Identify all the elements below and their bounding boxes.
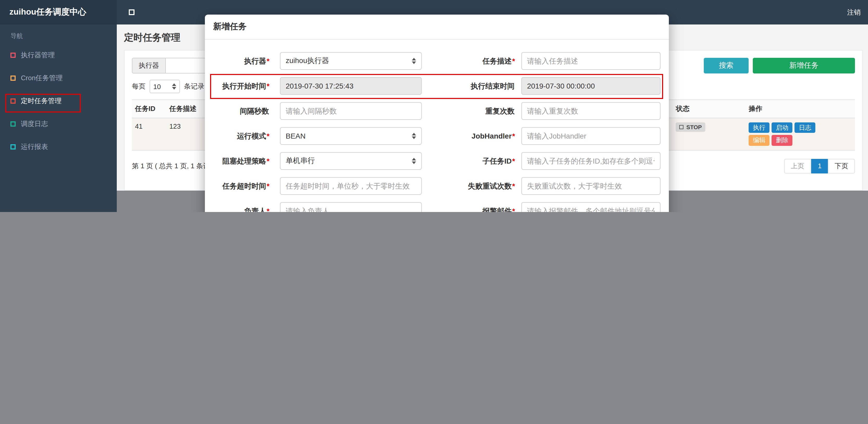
form-row: 任务超时时间* 失败重试次数* xyxy=(213,177,660,195)
logout-link[interactable]: 注销 xyxy=(847,7,861,17)
owner-label: 负责人* xyxy=(213,202,270,212)
select-stepper-icon xyxy=(412,58,416,64)
sidebar-item-executor-manage[interactable]: 执行器管理 xyxy=(0,44,117,67)
start-time-input[interactable] xyxy=(280,77,422,95)
modal-title: 新增任务 xyxy=(213,22,247,31)
executor-label: 执行器* xyxy=(213,52,270,70)
pagination-summary: 第 1 页 ( 总共 1 页, 1 条记录 ) xyxy=(132,161,210,171)
selected-value: 单机串行 xyxy=(286,156,315,166)
menu-square-icon xyxy=(10,121,16,127)
form-row: 执行器* zuihou执行器 任务描述* xyxy=(213,52,660,70)
sidebar-item-label: 运行报表 xyxy=(21,142,48,152)
executor-filter-label: 执行器 xyxy=(132,58,166,73)
edit-button[interactable]: 编辑 xyxy=(749,135,770,146)
header-job-id: 任务ID xyxy=(132,100,166,118)
per-page-select[interactable]: 10 xyxy=(150,80,180,93)
executor-select[interactable]: zuihou执行器 xyxy=(280,52,422,70)
menu-toggle-icon xyxy=(128,9,134,15)
menu-square-icon xyxy=(10,53,16,58)
sidebar-item-label: 调度日志 xyxy=(21,119,48,129)
sidebar-nav-label: 导航 xyxy=(0,25,117,44)
form-row: 阻塞处理策略* 单机串行 子任务ID* xyxy=(213,152,660,170)
menu-square-icon xyxy=(10,75,16,81)
sidebar-item-run-report[interactable]: 运行报表 xyxy=(0,135,117,158)
stop-square-icon xyxy=(680,125,684,129)
per-page-value: 10 xyxy=(153,83,161,90)
modal-form: 执行器* zuihou执行器 任务描述* 执行开始时间* 执行结束时间 xyxy=(205,40,669,212)
end-time-input[interactable] xyxy=(521,77,660,95)
sidebar-item-timed-task[interactable]: 定时任务管理 xyxy=(0,90,117,112)
end-time-label: 执行结束时间 xyxy=(422,77,515,95)
page-title: 定时任务管理 xyxy=(124,31,180,43)
menu-toggle-button[interactable] xyxy=(126,6,137,18)
menu-square-icon xyxy=(10,98,16,104)
retry-count-label: 失败重试次数* xyxy=(422,177,515,195)
delete-button[interactable]: 删除 xyxy=(772,135,793,146)
alarm-email-label: 报警邮件* xyxy=(422,202,515,212)
form-row: 间隔秒数 重复次数 xyxy=(213,102,660,120)
start-time-label: 执行开始时间* xyxy=(213,77,270,95)
add-task-modal: 新增任务 执行器* zuihou执行器 任务描述* 执行开始时间* xyxy=(205,14,669,212)
job-desc-input[interactable] xyxy=(521,52,660,70)
form-row: 负责人* 报警邮件* xyxy=(213,202,660,212)
cell-job-id: 41 xyxy=(132,118,166,150)
sidebar: 导航 执行器管理 Cron任务管理 定时任务管理 调度日志 运行报表 xyxy=(0,25,117,212)
run-mode-select[interactable]: BEAN xyxy=(280,127,422,145)
interval-input[interactable] xyxy=(280,102,422,120)
sidebar-item-label: Cron任务管理 xyxy=(21,73,63,83)
block-strategy-label: 阻塞处理策略* xyxy=(213,152,270,170)
start-button[interactable]: 启动 xyxy=(772,122,793,133)
sidebar-item-cron-task[interactable]: Cron任务管理 xyxy=(0,67,117,90)
sidebar-menu: 执行器管理 Cron任务管理 定时任务管理 调度日志 运行报表 xyxy=(0,44,117,158)
menu-square-icon xyxy=(10,144,16,150)
retry-count-input[interactable] xyxy=(521,177,660,195)
child-job-label: 子任务ID* xyxy=(422,152,515,170)
job-desc-label: 任务描述* xyxy=(422,52,515,70)
status-badge: STOP xyxy=(676,122,706,132)
block-strategy-select[interactable]: 单机串行 xyxy=(280,152,422,170)
execute-button[interactable]: 执行 xyxy=(749,122,770,133)
selected-value: BEAN xyxy=(286,132,306,140)
brand: zuihou任务调度中心 xyxy=(0,0,117,25)
next-page-button[interactable]: 下页 xyxy=(828,159,855,173)
selected-value: zuihou执行器 xyxy=(286,56,329,66)
add-task-button[interactable]: 新增任务 xyxy=(753,58,855,73)
log-button[interactable]: 日志 xyxy=(795,122,816,133)
run-mode-label: 运行模式* xyxy=(213,127,270,145)
prev-page-button[interactable]: 上页 xyxy=(784,159,811,173)
timeout-input[interactable] xyxy=(280,177,422,195)
modal-header: 新增任务 xyxy=(205,14,669,40)
repeat-count-input[interactable] xyxy=(521,102,660,120)
per-page-label: 每页 xyxy=(132,82,146,91)
form-row: 运行模式* BEAN JobHandler* xyxy=(213,127,660,145)
cell-actions: 执行 启动 日志 编辑 删除 xyxy=(746,118,855,150)
owner-input[interactable] xyxy=(280,202,422,212)
jobhandler-input[interactable] xyxy=(521,127,660,145)
select-stepper-icon xyxy=(412,133,416,139)
form-row: 执行开始时间* 执行结束时间 xyxy=(213,77,660,95)
sidebar-item-label: 执行器管理 xyxy=(21,51,55,60)
repeat-count-label: 重复次数 xyxy=(422,102,515,120)
sidebar-item-label: 定时任务管理 xyxy=(21,96,62,106)
app-root: zuihou任务调度中心 注销 导航 执行器管理 Cron任务管理 定时任务管理 xyxy=(0,0,868,212)
header-status: 状态 xyxy=(673,100,746,118)
timeout-label: 任务超时时间* xyxy=(213,177,270,195)
search-button[interactable]: 搜索 xyxy=(704,58,749,73)
sidebar-item-dispatch-log[interactable]: 调度日志 xyxy=(0,112,117,135)
child-job-input[interactable] xyxy=(521,152,660,170)
header-actions: 操作 xyxy=(746,100,855,118)
interval-label: 间隔秒数 xyxy=(213,102,270,120)
current-page-button[interactable]: 1 xyxy=(811,159,828,173)
select-stepper-icon xyxy=(172,83,176,90)
pagination: 上页 1 下页 xyxy=(784,159,855,173)
jobhandler-label: JobHandler* xyxy=(422,127,515,145)
alarm-email-input[interactable] xyxy=(521,202,660,212)
select-stepper-icon xyxy=(412,158,416,164)
cell-status: STOP xyxy=(673,118,746,150)
per-page-suffix: 条记录 xyxy=(184,82,204,91)
